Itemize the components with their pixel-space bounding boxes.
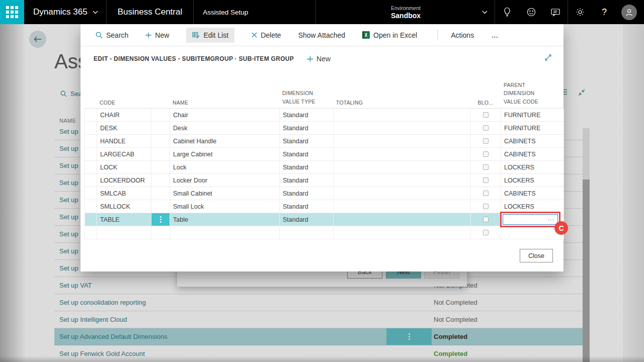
help-icon[interactable]: ? xyxy=(592,0,616,24)
header-name[interactable]: NAME xyxy=(170,100,279,106)
cell-type[interactable]: Standard xyxy=(280,174,334,187)
blocked-checkbox[interactable] xyxy=(483,164,489,170)
cell-name[interactable]: Small Cabinet xyxy=(170,187,280,200)
row-ellipsis-cell[interactable] xyxy=(151,161,170,173)
cell-totaling[interactable] xyxy=(334,161,471,173)
search-button[interactable]: Search xyxy=(96,31,128,39)
table-row[interactable]: SMLLOCK Small Lock Standard LOCKERS xyxy=(85,200,564,213)
cell-totaling[interactable] xyxy=(334,174,471,187)
cell-blocked[interactable] xyxy=(471,200,501,213)
cell-totaling[interactable] xyxy=(334,148,471,160)
table-row[interactable]: TABLE Table Standard ...C xyxy=(85,213,564,226)
cell-code[interactable]: LOCKERDOOR xyxy=(97,174,151,187)
cell-type[interactable]: Standard xyxy=(280,187,334,200)
cell-parent[interactable]: ...C xyxy=(501,213,564,226)
row-selector-cell[interactable] xyxy=(85,148,97,160)
cell-name[interactable]: Locker Door xyxy=(170,174,280,187)
cell-blocked[interactable] xyxy=(471,174,501,187)
cell-name[interactable]: Lock xyxy=(170,161,280,173)
lightbulb-icon[interactable] xyxy=(495,0,519,24)
cell-totaling[interactable] xyxy=(334,200,471,213)
table-row[interactable]: LOCKERDOOR Locker Door Standard LOCKERS xyxy=(85,174,564,187)
cell-blocked[interactable] xyxy=(471,161,501,173)
header-code[interactable]: CODE xyxy=(97,100,151,106)
cell-name[interactable]: Table xyxy=(170,213,280,226)
row-ellipsis-cell[interactable] xyxy=(151,187,170,200)
close-button[interactable]: Close xyxy=(520,249,553,262)
table-row[interactable]: LARGECAB Large Cabinet Standard CABINETS xyxy=(85,148,564,161)
cell-totaling[interactable] xyxy=(334,135,471,147)
blocked-checkbox[interactable] xyxy=(483,151,489,157)
row-ellipsis-cell[interactable] xyxy=(151,213,170,226)
row-ellipsis-cell[interactable] xyxy=(151,226,170,239)
table-row[interactable]: CHAIR Chair Standard FURNITURE xyxy=(85,109,564,122)
row-selector-cell[interactable] xyxy=(85,161,97,173)
row-ellipsis-cell[interactable] xyxy=(151,135,170,147)
cell-totaling[interactable] xyxy=(334,226,471,239)
row-selector-cell[interactable] xyxy=(85,200,97,213)
cell-parent[interactable]: CABINETS xyxy=(501,187,564,200)
row-ellipsis-cell[interactable] xyxy=(151,148,170,160)
blocked-checkbox[interactable] xyxy=(483,204,489,209)
cell-totaling[interactable] xyxy=(334,213,471,226)
app-name[interactable]: Business Central xyxy=(118,7,183,17)
cell-name[interactable]: Desk xyxy=(170,122,280,134)
cell-parent[interactable]: CABINETS xyxy=(501,135,564,147)
cell-code[interactable]: SMLLOCK xyxy=(97,200,151,213)
cell-name[interactable]: Large Cabinet xyxy=(170,148,280,160)
table-row[interactable]: SMLCAB Small Cabinet Standard CABINETS xyxy=(85,187,564,200)
table-row[interactable]: LOCK Lock Standard LOCKERS xyxy=(85,161,564,174)
cell-code[interactable]: LARGECAB xyxy=(97,148,151,160)
cell-name[interactable]: Small Lock xyxy=(170,200,280,213)
blocked-checkbox[interactable] xyxy=(483,112,489,118)
cell-parent[interactable]: FURNITURE xyxy=(501,122,564,134)
row-selector-cell[interactable] xyxy=(85,213,97,226)
blocked-checkbox[interactable] xyxy=(483,191,489,196)
header-type[interactable]: DIMENSION VALUE TYPE xyxy=(279,89,333,106)
header-blocked[interactable]: BLO... xyxy=(470,100,501,106)
row-selector-cell[interactable] xyxy=(85,226,97,239)
cell-type[interactable]: Standard xyxy=(280,135,334,147)
row-selector-cell[interactable] xyxy=(85,109,97,121)
cell-type[interactable]: Standard xyxy=(280,161,334,173)
cell-blocked[interactable] xyxy=(471,135,501,147)
cell-type[interactable]: Standard xyxy=(280,148,334,160)
parent-dimension-input[interactable]: ... xyxy=(503,214,558,225)
cell-blocked[interactable] xyxy=(471,109,501,121)
cell-parent[interactable]: LOCKERS xyxy=(501,200,564,213)
cell-totaling[interactable] xyxy=(334,122,471,134)
cell-parent[interactable]: LOCKERS xyxy=(501,161,564,173)
cell-parent[interactable]: LOCKERS xyxy=(501,174,564,187)
cell-parent[interactable]: CABINETS xyxy=(501,148,564,160)
cell-type[interactable]: Standard xyxy=(280,109,334,121)
cell-blocked[interactable] xyxy=(471,148,501,160)
cell-code[interactable]: HANDLE xyxy=(97,135,151,147)
cell-code[interactable]: LOCK xyxy=(97,161,151,173)
cell-totaling[interactable] xyxy=(334,187,471,200)
product-name[interactable]: Dynamics 365 xyxy=(33,7,88,17)
show-attached-button[interactable]: Show Attached xyxy=(298,31,345,39)
header-parent[interactable]: PARENT DIMENSION VALUE CODE xyxy=(501,81,564,106)
chat-message-icon[interactable] xyxy=(543,0,568,24)
row-ellipsis-cell[interactable] xyxy=(151,174,170,187)
more-options-button[interactable]: … xyxy=(491,31,499,39)
cell-blocked[interactable] xyxy=(471,226,501,239)
table-row[interactable]: HANDLE Cabinet Handle Standard CABINETS xyxy=(85,135,564,148)
table-row[interactable] xyxy=(85,226,564,239)
expand-dialog-icon[interactable] xyxy=(544,53,552,62)
lookup-ellipsis-button[interactable]: ... xyxy=(547,217,554,220)
cell-blocked[interactable] xyxy=(471,213,501,226)
open-in-excel-button[interactable]: Open in Excel xyxy=(362,31,417,39)
cell-code[interactable]: SMLCAB xyxy=(97,187,151,200)
row-selector-cell[interactable] xyxy=(85,174,97,187)
cell-type[interactable]: Standard xyxy=(280,213,334,226)
blocked-checkbox[interactable] xyxy=(483,177,489,183)
blocked-checkbox[interactable] xyxy=(483,125,489,131)
row-selector-cell[interactable] xyxy=(85,135,97,147)
blocked-checkbox[interactable] xyxy=(483,217,489,222)
chevron-down-icon[interactable] xyxy=(93,11,98,14)
app-launcher-button[interactable] xyxy=(0,0,24,24)
cell-type[interactable] xyxy=(280,226,334,239)
cell-code[interactable]: TABLE xyxy=(97,213,151,226)
row-ellipsis-cell[interactable] xyxy=(151,200,170,213)
